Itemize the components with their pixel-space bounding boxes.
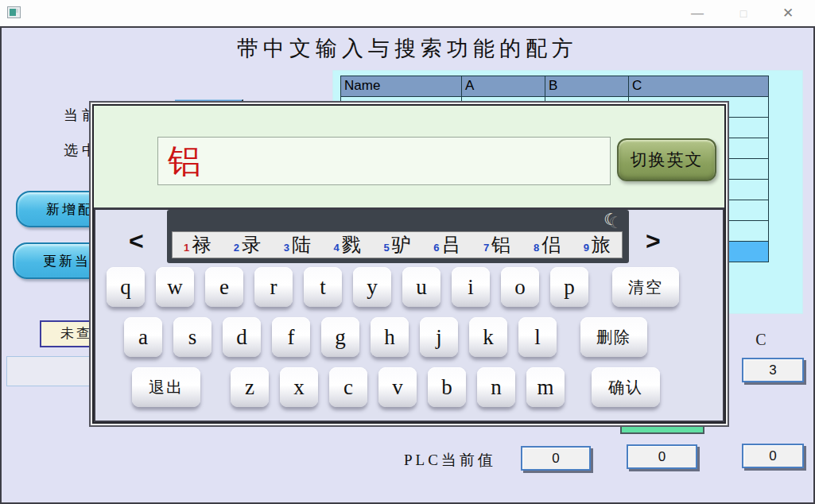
table-header-cell: B: [545, 76, 629, 97]
key-clear[interactable]: 清空: [612, 267, 679, 307]
candidate-item[interactable]: 8侣: [534, 232, 561, 258]
key-v[interactable]: v: [378, 367, 417, 407]
candidate-number: 6: [433, 242, 439, 254]
candidate-item[interactable]: 3陆: [284, 232, 311, 258]
page-title: 带中文输入与搜索功能的配方: [2, 34, 813, 63]
close-button[interactable]: ✕: [770, 0, 806, 26]
key-c[interactable]: c: [329, 367, 367, 407]
key-p[interactable]: p: [550, 267, 588, 307]
key-d[interactable]: d: [223, 317, 261, 357]
main-window: 带中文输入与搜索功能的配方 NameABC AA9912 当前 选中 新增配 更…: [0, 26, 815, 504]
minimize-button[interactable]: —: [679, 0, 716, 26]
key-o[interactable]: o: [501, 267, 539, 307]
moon-icon: ☾: [603, 210, 618, 229]
candidate-item[interactable]: 4戮: [334, 232, 361, 258]
candidate-number: 9: [584, 242, 589, 254]
candidate-item[interactable]: 5驴: [383, 232, 410, 258]
candidate-number: 3: [284, 242, 289, 254]
app-icon-inner: [10, 9, 16, 16]
ime-dialog: 铝 切换英文 < ☾ 1禄2录3陆4戮5驴6吕7铝8侣9旅 > qwertyui…: [92, 104, 726, 424]
table-header-cell: C: [629, 76, 769, 97]
key-k[interactable]: k: [469, 317, 507, 357]
candidate-item[interactable]: 6吕: [433, 232, 460, 258]
key-confirm[interactable]: 确认: [592, 367, 660, 407]
candidate-number: 8: [534, 242, 539, 254]
key-y[interactable]: y: [353, 267, 391, 307]
keyboard-row2-letters: asdfghjkl: [124, 317, 557, 357]
keyboard-row1-letters: qwertyuiop: [107, 267, 588, 307]
value-c-field[interactable]: 3: [742, 358, 804, 382]
candidate-strip: 1禄2录3陆4戮5驴6吕7铝8侣9旅: [172, 231, 623, 258]
key-b[interactable]: b: [428, 367, 466, 407]
table-header-row: NameABC: [341, 76, 769, 97]
plc-value-field-3[interactable]: 0: [742, 444, 804, 468]
candidate-char: 禄: [192, 232, 211, 258]
key-j[interactable]: j: [420, 317, 458, 357]
app-icon-strip: [16, 9, 18, 13]
candidate-bar: ☾ 1禄2录3陆4戮5驴6吕7铝8侣9旅: [167, 210, 629, 263]
column-c-label: C: [749, 331, 773, 349]
key-i[interactable]: i: [452, 267, 490, 307]
key-w[interactable]: w: [156, 267, 194, 307]
key-a[interactable]: a: [124, 317, 162, 357]
candidate-char: 戮: [342, 232, 361, 258]
candidate-char: 陆: [292, 232, 311, 258]
candidate-char: 铝: [491, 232, 510, 258]
keyboard-row3: 退出 zxcvbnm 确认: [132, 367, 660, 407]
candidate-number: 7: [483, 242, 489, 254]
candidate-char: 侣: [541, 232, 561, 258]
key-z[interactable]: z: [231, 367, 269, 407]
key-delete[interactable]: 删除: [580, 317, 647, 357]
keyboard-row2: asdfghjkl 删除: [124, 317, 647, 357]
candidate-number: 5: [383, 242, 389, 254]
plc-value-field-2[interactable]: 0: [627, 444, 697, 469]
key-r[interactable]: r: [254, 267, 293, 307]
key-n[interactable]: n: [477, 367, 515, 407]
candidate-item[interactable]: 2录: [234, 232, 261, 258]
toggle-english-button[interactable]: 切换英文: [617, 138, 716, 181]
candidate-char: 吕: [441, 232, 460, 258]
key-h[interactable]: h: [371, 317, 409, 357]
candidate-item[interactable]: 7铝: [483, 232, 510, 258]
app-icon: [7, 6, 21, 18]
table-header-cell: Name: [341, 76, 462, 97]
ime-input-field[interactable]: 铝: [157, 137, 611, 185]
key-f[interactable]: f: [272, 317, 310, 357]
candidate-char: 驴: [392, 232, 411, 258]
keyboard-row1: qwertyuiop 清空: [107, 267, 679, 307]
key-l[interactable]: l: [518, 317, 557, 357]
candidate-item[interactable]: 1禄: [184, 232, 211, 258]
candidate-item[interactable]: 9旅: [584, 232, 611, 258]
candidate-char: 录: [242, 232, 261, 258]
key-s[interactable]: s: [173, 317, 212, 357]
candidate-number: 4: [334, 242, 340, 254]
key-e[interactable]: e: [205, 267, 243, 307]
candidate-number: 1: [184, 242, 189, 254]
key-exit[interactable]: 退出: [132, 367, 200, 407]
titlebar: — □ ✕: [0, 0, 815, 26]
key-q[interactable]: q: [107, 267, 145, 307]
maximize-button[interactable]: □: [725, 0, 762, 26]
candidate-number: 2: [234, 242, 239, 254]
candidate-prev-arrow[interactable]: <: [129, 227, 144, 256]
table-header-cell: A: [462, 76, 545, 97]
key-t[interactable]: t: [304, 267, 342, 307]
candidate-char: 旅: [592, 232, 611, 258]
keyboard-row3-letters: zxcvbnm: [231, 367, 565, 407]
key-x[interactable]: x: [280, 367, 318, 407]
key-g[interactable]: g: [321, 317, 359, 357]
candidate-next-arrow[interactable]: >: [646, 227, 661, 256]
plc-value-field-1[interactable]: 0: [521, 446, 591, 471]
key-u[interactable]: u: [402, 267, 440, 307]
plc-current-label: PLC当前值: [404, 450, 496, 471]
key-m[interactable]: m: [526, 367, 565, 407]
